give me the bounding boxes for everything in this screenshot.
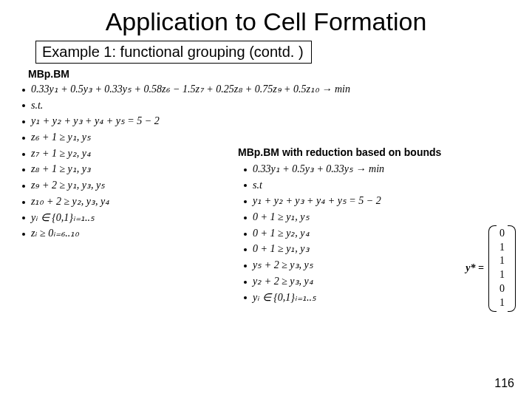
left-c6: z₁₀ + 2 ≥ y₂, y₃, y₄ [31,196,109,207]
right-c6: y₂ + 2 ≥ y₃, y₄ [253,276,313,287]
page-title: Application to Cell Formation [30,7,502,36]
ystar-solution: y* = 0 1 1 1 0 1 [466,225,516,312]
ystar-v5: 1 [499,296,505,310]
bullet-icon [244,233,247,236]
right-objective: 0.33y₁ + 0.5y₃ + 0.33y₅ → min [253,163,384,174]
right-c4: 0 + 1 ≥ y₁, y₃ [253,243,310,254]
bullet-icon [244,296,247,299]
bullet-icon [22,216,25,219]
ystar-v0: 0 [499,227,505,241]
ystar-v1: 1 [499,241,505,255]
paren-right-icon [508,225,516,312]
subtitle-text: Example 1: functional grouping (contd. ) [35,41,312,64]
right-c3: 0 + 1 ≥ y₂, y₄ [253,228,310,239]
bullet-icon [22,104,25,107]
bullet-icon [22,233,25,236]
bullet-icon [22,137,25,140]
left-d2: zᵢ ≥ 0ᵢ₌₆..₁₀ [31,228,79,239]
left-st: s.t. [31,100,43,111]
right-st: s.t [253,180,262,191]
left-c3: z₇ + 1 ≥ y₂, y₄ [31,148,91,159]
left-d1: yᵢ ∈ {0,1}ᵢ₌₁..₅ [31,212,95,223]
left-c2: z₆ + 1 ≥ y₁, y₅ [31,132,91,143]
bullet-icon [22,168,25,171]
bullet-icon [22,185,25,188]
subtitle-box: Example 1: functional grouping (contd. ) [35,41,497,64]
ystar-v3: 1 [499,268,505,282]
ystar-v2: 1 [499,254,505,268]
left-c4: z₈ + 1 ≥ y₁, y₃ [31,163,91,174]
page-number: 116 [494,377,514,390]
left-c1: y₁ + y₂ + y₃ + y₄ + y₅ = 5 − 2 [31,115,160,126]
left-objective: 0.33y₁ + 0.5y₃ + 0.33y₅ + 0.58z₆ − 1.5z₇… [31,83,350,95]
ystar-v4: 0 [499,282,505,296]
bullet-icon [22,89,25,92]
right-c5: y₅ + 2 ≥ y₃, y₅ [253,259,313,270]
bullet-icon [22,201,25,204]
ystar-vector: 0 1 1 1 0 1 [488,225,516,312]
left-label: MBp.BM [28,68,532,80]
bullet-icon [22,120,25,123]
bullet-icon [22,153,25,156]
right-c2: 0 + 1 ≥ y₁, y₅ [253,211,310,222]
left-c5: z₉ + 2 ≥ y₁, y₃, y₅ [31,180,105,191]
right-c1: y₁ + y₂ + y₃ + y₄ + y₅ = 5 − 2 [253,195,381,206]
right-d1: yᵢ ∈ {0,1}ᵢ₌₁..₅ [253,292,316,303]
bullet-icon [244,184,247,187]
bullet-icon [244,281,247,284]
paren-left-icon [488,225,497,312]
bullet-icon [244,248,247,251]
bullet-icon [244,265,247,267]
bullet-icon [244,168,247,171]
bullet-icon [244,200,247,203]
ystar-label: y* = [466,262,484,274]
right-label: MBp.BM with reduction based on bounds [238,146,519,158]
bullet-icon [244,216,247,219]
